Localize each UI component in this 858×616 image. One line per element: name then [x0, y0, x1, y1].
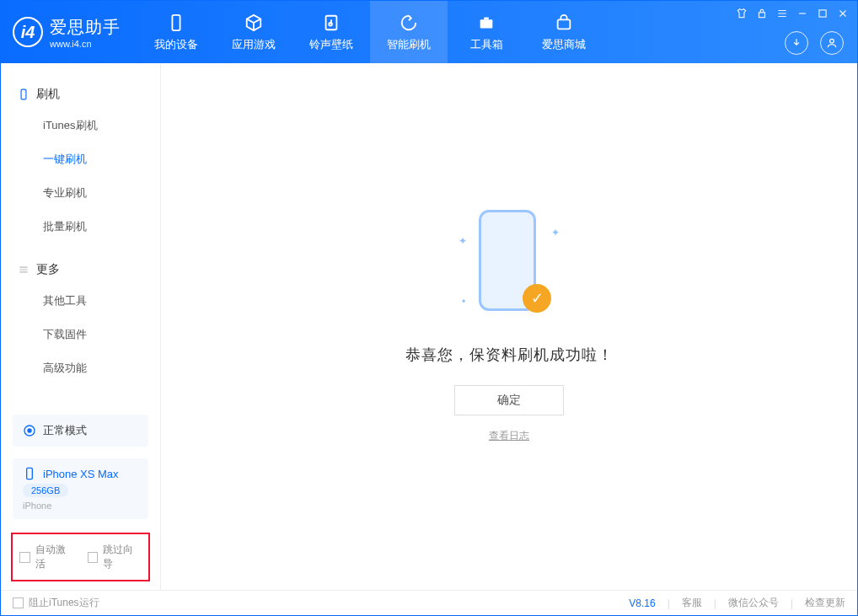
nav-label: 爱思商城: [542, 37, 586, 52]
wechat-link[interactable]: 微信公众号: [728, 596, 779, 610]
checkbox-block-itunes[interactable]: 阻止iTunes运行: [13, 596, 99, 610]
logo: i4 爱思助手 www.i4.cn: [1, 1, 137, 63]
music-icon: [320, 12, 342, 34]
status-bar: 阻止iTunes运行 V8.16 | 客服 | 微信公众号 | 检查更新: [1, 590, 857, 615]
nav-tabs: 我的设备 应用游戏 铃声壁纸 智能刷机 工具箱 爱思商城: [137, 1, 603, 63]
sidebar-item-itunes-flash[interactable]: iTunes刷机: [1, 109, 160, 142]
sidebar-item-oneclick-flash[interactable]: 一键刷机: [1, 142, 160, 176]
svg-point-2: [329, 23, 332, 26]
separator: |: [668, 597, 670, 609]
sparkle-icon: ✦: [458, 235, 467, 247]
app-url: www.i4.cn: [50, 39, 121, 49]
svg-point-11: [28, 429, 31, 432]
maximize-icon[interactable]: [817, 8, 829, 19]
svg-point-8: [830, 39, 834, 43]
checkbox-skip-guide[interactable]: 跳过向导: [88, 543, 142, 571]
nav-tab-ringtones[interactable]: 铃声壁纸: [292, 1, 370, 63]
mode-label: 正常模式: [43, 423, 87, 438]
window-controls: [736, 8, 849, 19]
device-box[interactable]: iPhone XS Max 256GB iPhone: [13, 458, 148, 519]
lock-icon[interactable]: [756, 8, 768, 19]
main-content: ✦ ✦ • ✓ 恭喜您，保资料刷机成功啦！ 确定 查看日志: [161, 63, 857, 590]
nav-label: 我的设备: [154, 37, 198, 52]
sidebar-item-batch-flash[interactable]: 批量刷机: [1, 210, 160, 244]
nav-label: 工具箱: [470, 37, 503, 52]
sidebar-item-pro-flash[interactable]: 专业刷机: [1, 176, 160, 210]
mode-icon: [23, 424, 36, 437]
checkbox-label: 跳过向导: [103, 543, 142, 571]
sparkle-icon: •: [462, 296, 465, 308]
device-type: iPhone: [23, 501, 138, 511]
sidebar-item-advanced[interactable]: 高级功能: [1, 351, 160, 385]
checkmark-badge-icon: ✓: [523, 284, 551, 313]
phone-icon: [18, 88, 29, 100]
logo-icon: i4: [13, 17, 43, 47]
sparkle-icon: ✦: [551, 227, 560, 238]
checkbox-auto-activate[interactable]: 自动激活: [19, 543, 74, 571]
user-button[interactable]: [820, 31, 844, 55]
sidebar-item-download-firmware[interactable]: 下载固件: [1, 318, 160, 351]
nav-label: 铃声壁纸: [309, 37, 353, 52]
device-storage: 256GB: [23, 484, 68, 497]
success-message: 恭喜您，保资料刷机成功啦！: [405, 345, 614, 365]
separator: |: [714, 597, 716, 609]
sidebar-item-other-tools[interactable]: 其他工具: [1, 284, 160, 318]
close-icon[interactable]: [837, 8, 849, 19]
checkbox-label: 自动激活: [35, 543, 74, 571]
section-title: 更多: [36, 262, 60, 277]
device-phone-icon: [23, 467, 36, 480]
minimize-icon[interactable]: [796, 8, 808, 19]
version-label: V8.16: [629, 597, 655, 609]
menu-icon[interactable]: [776, 8, 788, 19]
nav-tab-apps[interactable]: 应用游戏: [215, 1, 292, 63]
tshirt-icon[interactable]: [736, 8, 748, 19]
nav-tab-toolbox[interactable]: 工具箱: [448, 1, 525, 63]
highlighted-checkbox-row: 自动激活 跳过向导: [11, 533, 150, 581]
svg-rect-5: [558, 19, 571, 29]
svg-rect-9: [21, 89, 26, 99]
svg-rect-0: [172, 15, 180, 30]
list-icon: [18, 264, 29, 276]
store-icon: [553, 12, 575, 34]
sidebar-section-more: 更多: [1, 255, 160, 284]
separator: |: [791, 597, 793, 609]
download-button[interactable]: [785, 31, 808, 55]
device-name: iPhone XS Max: [43, 468, 119, 480]
app-header: i4 爱思助手 www.i4.cn 我的设备 应用游戏 铃声壁纸 智能刷机 工具…: [1, 1, 857, 63]
mode-box[interactable]: 正常模式: [13, 415, 148, 447]
nav-label: 智能刷机: [387, 37, 431, 52]
sidebar-section-flash: 刷机: [1, 80, 160, 109]
svg-rect-6: [759, 13, 765, 18]
svg-rect-3: [480, 19, 493, 28]
app-body: 刷机 iTunes刷机 一键刷机 专业刷机 批量刷机 更多 其他工具 下载固件 …: [1, 63, 857, 590]
device-icon: [165, 12, 187, 34]
app-title: 爱思助手: [50, 16, 121, 39]
ok-button[interactable]: 确定: [454, 385, 564, 415]
footer-right: V8.16 | 客服 | 微信公众号 | 检查更新: [629, 596, 845, 610]
section-title: 刷机: [36, 87, 60, 102]
check-update-link[interactable]: 检查更新: [805, 596, 845, 610]
svg-rect-4: [484, 18, 489, 20]
toolbox-icon: [475, 12, 497, 34]
success-illustration: ✦ ✦ • ✓: [458, 210, 560, 328]
svg-rect-7: [819, 10, 826, 17]
sidebar: 刷机 iTunes刷机 一键刷机 专业刷机 批量刷机 更多 其他工具 下载固件 …: [1, 63, 161, 590]
nav-tab-store[interactable]: 爱思商城: [525, 1, 603, 63]
checkbox-label: 阻止iTunes运行: [29, 596, 99, 610]
nav-tab-flash[interactable]: 智能刷机: [370, 1, 448, 63]
refresh-icon: [398, 12, 420, 34]
header-action-icons: [785, 31, 844, 55]
nav-tab-device[interactable]: 我的设备: [137, 1, 215, 63]
logo-text: 爱思助手 www.i4.cn: [50, 16, 121, 49]
svg-rect-12: [27, 468, 33, 479]
support-link[interactable]: 客服: [682, 596, 702, 610]
view-log-link[interactable]: 查看日志: [489, 429, 529, 443]
cube-icon: [243, 12, 265, 34]
nav-label: 应用游戏: [232, 37, 276, 52]
